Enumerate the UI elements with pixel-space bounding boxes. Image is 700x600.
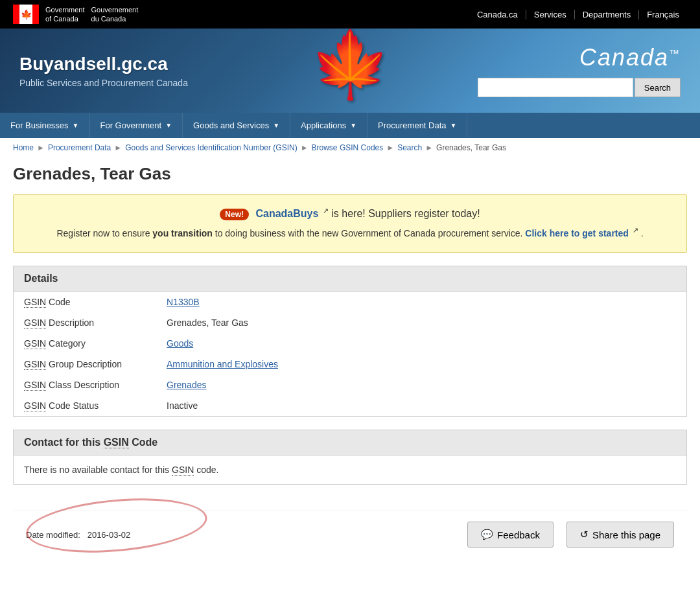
chevron-down-icon: ▼ [350,122,356,129]
gsin-code-label: GSIN Code [14,292,156,312]
gsin-category-value[interactable]: Goods [167,338,193,349]
breadcrumb-sep: ► [425,143,433,152]
breadcrumb-procurement-data[interactable]: Procurement Data [48,143,111,152]
gsin-category-label: GSIN Category [14,333,156,354]
new-badge: New! [220,209,249,220]
breadcrumb: Home ► Procurement Data ► Goods and Serv… [0,138,700,157]
table-row: GSIN Description Grenades, Tear Gas [14,312,686,333]
breadcrumb-current: Grenades, Tear Gas [436,143,506,152]
chevron-down-icon: ▼ [273,122,279,129]
table-row: GSIN Class Description Grenades [14,375,686,395]
breadcrumb-gsin[interactable]: Goods and Services Identification Number… [125,143,297,152]
search-button[interactable]: Search [635,78,681,97]
breadcrumb-search[interactable]: Search [397,143,422,152]
canada-buys-banner: New! CanadaBuys ↗ is here! Suppliers reg… [13,194,687,253]
table-row: GSIN Category Goods [14,333,686,354]
details-table: GSIN Code N1330B GSIN Description Grenad… [14,292,686,416]
gsin-code-value[interactable]: N1330B [167,297,200,307]
top-bar: 🍁 Government of Canada Gouvernement du C… [0,0,700,29]
government-logo: 🍁 Government of Canada Gouvernement du C… [13,5,138,24]
feedback-button[interactable]: 💬 Feedback [467,522,554,548]
breadcrumb-sep: ► [114,143,122,152]
gsin-description-value: Grenades, Tear Gas [156,312,686,333]
nav-applications[interactable]: Applications ▼ [290,113,368,138]
site-title: Buyandsell.gc.ca [19,54,188,75]
header-branding: Buyandsell.gc.ca Public Services and Pro… [19,54,188,88]
page-title: Grenades, Tear Gas [13,164,687,184]
nav-procurement-data[interactable]: Procurement Data ▼ [368,113,467,138]
table-row: GSIN Group Description Ammunition and Ex… [14,354,686,375]
gsin-status-value: Inactive [156,395,686,416]
site-header: Buyandsell.gc.ca Public Services and Pro… [0,29,700,113]
site-subtitle: Public Services and Procurement Canada [19,78,188,88]
gsin-group-label: GSIN Group Description [14,354,156,375]
gov-text-fr: Gouvernement du Canada [91,5,139,24]
top-bar-nav: Canada.ca Services Departments Français [469,10,687,19]
francais-link[interactable]: Français [639,10,687,19]
feedback-icon: 💬 [481,529,493,540]
maple-small-icon: 🍁 [21,9,32,19]
external-link-icon-2: ↗ [633,226,638,234]
contact-section: Contact for this GSIN Code There is no a… [13,430,687,485]
gov-text: Government of Canada [45,5,85,24]
date-modified: Date modified: 2016-03-02 [26,530,130,540]
canada-flag-icon: 🍁 [13,5,39,24]
main-content: Grenades, Tear Gas New! CanadaBuys ↗ is … [0,157,700,571]
share-button[interactable]: ↺ Share this page [566,522,674,548]
gsin-description-label: GSIN Description [14,312,156,333]
services-link[interactable]: Services [526,10,575,19]
canada-buys-link[interactable]: CanadaBuys [255,208,318,219]
chevron-down-icon: ▼ [165,122,172,129]
banner-headline: is here! Suppliers register today! [331,208,480,219]
nav-goods-and-services[interactable]: Goods and Services ▼ [183,113,290,138]
share-icon: ↺ [580,529,589,540]
breadcrumb-home[interactable]: Home [13,143,34,152]
search-input[interactable] [478,78,633,97]
banner-cta-link[interactable]: Click here to get started [525,228,629,238]
gsin-status-label: GSIN Code Status [14,395,156,416]
breadcrumb-browse[interactable]: Browse GSIN Codes [312,143,384,152]
nav-for-businesses[interactable]: For Businesses ▼ [0,113,90,138]
details-section-header: Details [14,266,686,292]
maple-leaf-icon: 🍁 [310,32,391,97]
gsin-group-value[interactable]: Ammunition and Explosives [167,359,278,369]
header-right: Canada™ Search [478,44,681,97]
sketch-decoration [24,492,209,559]
breadcrumb-sep: ► [37,143,45,152]
breadcrumb-sep: ► [386,143,394,152]
contact-section-header: Contact for this GSIN Code [14,430,686,456]
table-row: GSIN Code Status Inactive [14,395,686,416]
table-row: GSIN Code N1330B [14,292,686,312]
header-maple-leaf: 🍁 [310,32,391,97]
banner-title: New! CanadaBuys ↗ is here! Suppliers reg… [33,207,667,220]
gsin-class-label: GSIN Class Description [14,375,156,395]
canada-wordmark: Canada™ [579,44,681,71]
canada-ca-link[interactable]: Canada.ca [469,10,526,19]
main-nav: For Businesses ▼ For Government ▼ Goods … [0,113,700,138]
gsin-class-value[interactable]: Grenades [167,380,206,390]
banner-body: Register now to ensure you transition to… [33,225,667,240]
details-section: Details GSIN Code N1330B GSIN Descriptio… [13,266,687,417]
external-link-icon: ↗ [323,207,329,214]
footer-area: Date modified: 2016-03-02 💬 Feedback ↺ S… [13,511,687,558]
departments-link[interactable]: Departments [575,10,639,19]
footer-buttons: 💬 Feedback ↺ Share this page [467,522,674,548]
nav-for-government[interactable]: For Government ▼ [90,113,183,138]
chevron-down-icon: ▼ [450,122,457,129]
chevron-down-icon: ▼ [73,122,79,129]
contact-body: There is no available contact for this G… [14,456,686,484]
breadcrumb-sep: ► [301,143,309,152]
header-search: Search [478,78,681,97]
